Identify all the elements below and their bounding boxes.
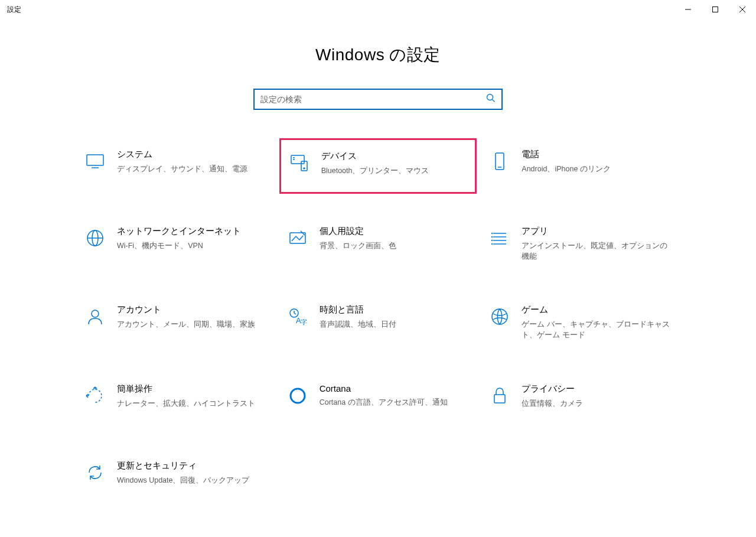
tile-title: システム bbox=[117, 149, 268, 160]
tile-desc: 背景、ロック画面、色 bbox=[320, 240, 470, 251]
tile-desc: Windows Update、回復、バックアップ bbox=[117, 475, 268, 486]
svg-line-31 bbox=[294, 313, 296, 314]
tile-ease-of-access[interactable]: 簡単操作 ナレーター、拡大鏡、ハイコントラスト bbox=[77, 373, 275, 428]
tile-time-language[interactable]: A字 時刻と言語 音声認識、地域、日付 bbox=[279, 294, 477, 351]
tile-text: Cortana Cortana の言語、アクセス許可、通知 bbox=[320, 383, 470, 408]
tile-title: 個人用設定 bbox=[320, 226, 470, 237]
tile-desc: ゲーム バー、キャプチャ、ブロードキャスト、ゲーム モード bbox=[522, 319, 672, 340]
page-title: Windows の設定 bbox=[0, 44, 756, 66]
devices-icon bbox=[288, 152, 311, 174]
gaming-icon bbox=[488, 305, 511, 328]
svg-rect-1 bbox=[713, 7, 718, 12]
titlebar: 設定 bbox=[0, 0, 756, 19]
tile-text: システム ディスプレイ、サウンド、通知、電源 bbox=[117, 149, 268, 174]
tile-desc: 音声認識、地域、日付 bbox=[320, 319, 470, 330]
svg-point-34 bbox=[492, 309, 507, 324]
tile-desc: アンインストール、既定値、オプションの機能 bbox=[522, 240, 672, 262]
cortana-icon bbox=[286, 385, 309, 407]
svg-point-26 bbox=[492, 240, 493, 241]
tile-title: ネットワークとインターネット bbox=[117, 226, 268, 237]
tile-title: プライバシー bbox=[522, 383, 672, 395]
network-icon bbox=[84, 227, 106, 249]
tile-desc: Wi-Fi、機内モード、VPN bbox=[117, 240, 268, 251]
tile-title: Cortana bbox=[320, 383, 470, 393]
tile-devices[interactable]: デバイス Bluetooth、プリンター、マウス bbox=[279, 138, 477, 194]
window-controls bbox=[674, 0, 756, 19]
tile-text: 更新とセキュリティ Windows Update、回復、バックアップ bbox=[117, 460, 268, 486]
system-icon bbox=[84, 150, 106, 173]
svg-point-12 bbox=[304, 168, 305, 169]
tile-desc: Bluetooth、プリンター、マウス bbox=[321, 165, 468, 176]
tile-title: アカウント bbox=[117, 304, 268, 315]
tile-cortana[interactable]: Cortana Cortana の言語、アクセス許可、通知 bbox=[279, 373, 477, 428]
tile-title: デバイス bbox=[321, 151, 468, 162]
tile-system[interactable]: システム ディスプレイ、サウンド、通知、電源 bbox=[77, 138, 275, 194]
tile-update-security[interactable]: 更新とセキュリティ Windows Update、回復、バックアップ bbox=[77, 450, 275, 505]
tile-privacy[interactable]: プライバシー 位置情報、カメラ bbox=[481, 373, 679, 428]
tile-text: デバイス Bluetooth、プリンター、マウス bbox=[321, 151, 468, 176]
tile-phone[interactable]: 電話 Android、iPhone のリンク bbox=[481, 138, 679, 194]
apps-icon bbox=[488, 227, 511, 249]
search-container bbox=[0, 89, 756, 110]
tile-text: ネットワークとインターネット Wi-Fi、機内モード、VPN bbox=[117, 226, 268, 251]
tile-desc: ナレーター、拡大鏡、ハイコントラスト bbox=[117, 398, 268, 409]
minimize-button[interactable] bbox=[674, 0, 702, 19]
tile-desc: ディスプレイ、サウンド、通知、電源 bbox=[117, 164, 268, 174]
svg-point-35 bbox=[291, 389, 305, 403]
minimize-icon bbox=[685, 6, 691, 12]
tile-gaming[interactable]: ゲーム ゲーム バー、キャプチャ、ブロードキャスト、ゲーム モード bbox=[481, 294, 679, 351]
tile-text: 電話 Android、iPhone のリンク bbox=[522, 149, 672, 174]
svg-text:字: 字 bbox=[301, 318, 307, 326]
svg-point-25 bbox=[492, 237, 493, 237]
close-icon bbox=[739, 6, 745, 12]
ease-of-access-icon bbox=[84, 385, 106, 407]
svg-rect-36 bbox=[494, 395, 505, 403]
tile-title: 簡単操作 bbox=[117, 383, 268, 395]
maximize-button[interactable] bbox=[702, 0, 729, 19]
window-title: 設定 bbox=[7, 5, 21, 15]
update-icon bbox=[84, 461, 106, 484]
tile-text: プライバシー 位置情報、カメラ bbox=[522, 383, 672, 409]
tile-desc: Android、iPhone のリンク bbox=[522, 164, 672, 174]
tile-apps[interactable]: アプリ アンインストール、既定値、オプションの機能 bbox=[481, 215, 679, 272]
svg-line-5 bbox=[493, 100, 495, 102]
svg-point-4 bbox=[487, 95, 493, 100]
tile-text: ゲーム ゲーム バー、キャプチャ、ブロードキャスト、ゲーム モード bbox=[522, 304, 672, 340]
tile-title: 更新とセキュリティ bbox=[117, 460, 268, 471]
tile-text: 個人用設定 背景、ロック画面、色 bbox=[320, 226, 470, 251]
accounts-icon bbox=[84, 305, 106, 328]
tile-text: 簡単操作 ナレーター、拡大鏡、ハイコントラスト bbox=[117, 383, 268, 409]
tile-desc: アカウント、メール、同期、職場、家族 bbox=[117, 319, 268, 330]
tile-text: 時刻と言語 音声認識、地域、日付 bbox=[320, 304, 470, 330]
tile-network[interactable]: ネットワークとインターネット Wi-Fi、機内モード、VPN bbox=[77, 215, 275, 272]
tile-text: アカウント アカウント、メール、同期、職場、家族 bbox=[117, 304, 268, 330]
search-box[interactable] bbox=[253, 89, 503, 110]
tile-title: ゲーム bbox=[522, 304, 672, 315]
time-language-icon: A字 bbox=[286, 305, 309, 328]
maximize-icon bbox=[712, 6, 718, 12]
svg-point-24 bbox=[492, 233, 493, 234]
privacy-icon bbox=[488, 385, 511, 407]
svg-point-28 bbox=[92, 310, 99, 317]
svg-rect-6 bbox=[87, 155, 103, 165]
close-button[interactable] bbox=[729, 0, 756, 19]
tile-accounts[interactable]: アカウント アカウント、メール、同期、職場、家族 bbox=[77, 294, 275, 351]
settings-grid: システム ディスプレイ、サウンド、通知、電源 デバイス Bluetooth、プリ… bbox=[77, 138, 679, 505]
phone-icon bbox=[488, 150, 511, 173]
personalization-icon bbox=[286, 227, 309, 249]
tile-title: アプリ bbox=[522, 226, 672, 237]
search-input[interactable] bbox=[260, 95, 486, 104]
tile-title: 電話 bbox=[522, 149, 672, 160]
tile-personalization[interactable]: 個人用設定 背景、ロック画面、色 bbox=[279, 215, 477, 272]
search-icon bbox=[486, 93, 496, 105]
tile-desc: 位置情報、カメラ bbox=[522, 398, 672, 409]
tile-text: アプリ アンインストール、既定値、オプションの機能 bbox=[522, 226, 672, 262]
tile-desc: Cortana の言語、アクセス許可、通知 bbox=[320, 397, 470, 408]
tile-title: 時刻と言語 bbox=[320, 304, 470, 315]
svg-point-27 bbox=[492, 244, 493, 245]
